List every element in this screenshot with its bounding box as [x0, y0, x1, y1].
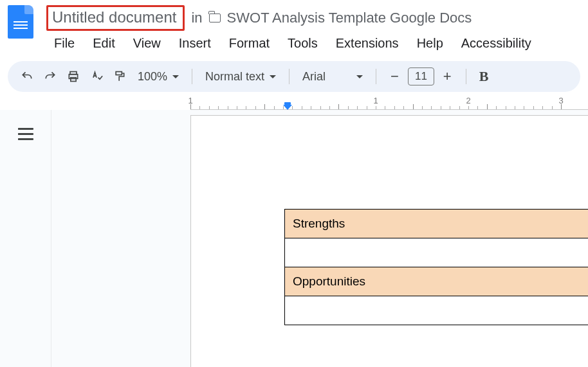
ruler-tick: [283, 106, 284, 109]
menu-insert[interactable]: Insert: [171, 33, 219, 53]
table-cell[interactable]: Strengths: [285, 210, 589, 238]
ruler-tick: [459, 106, 460, 109]
ruler-tick: [209, 106, 210, 109]
ruler-tick: [357, 106, 358, 109]
ruler-tick: [496, 106, 497, 109]
ruler-tick: [329, 106, 330, 109]
document-outline-button[interactable]: [18, 128, 33, 367]
ruler-tick: [367, 106, 367, 109]
print-button[interactable]: [63, 66, 84, 87]
menubar: FileEditViewInsertFormatToolsExtensionsH…: [46, 33, 580, 53]
ruler-tick: [264, 104, 265, 109]
font-size-increase-button[interactable]: +: [437, 68, 458, 85]
left-sidebar: [0, 110, 51, 367]
indent-marker-icon[interactable]: [283, 105, 292, 110]
font-size-input[interactable]: 11: [408, 67, 434, 85]
ruler-tick: [477, 106, 478, 109]
ruler-tick: [302, 106, 302, 109]
app-header: Untitled document in SWOT Analysis Templ…: [0, 0, 588, 53]
chevron-down-icon: [356, 75, 363, 78]
menu-accessibility[interactable]: Accessibility: [454, 33, 539, 53]
font-size-decrease-button[interactable]: −: [384, 68, 405, 85]
redo-button[interactable]: [40, 66, 60, 87]
menu-help[interactable]: Help: [409, 33, 451, 53]
ruler-tick: [450, 106, 450, 109]
ruler-tick: [255, 106, 256, 109]
ruler-tick: [515, 106, 515, 109]
font-value: Arial: [302, 70, 326, 84]
ruler-tick: [552, 106, 553, 109]
ruler-tick: [292, 106, 293, 109]
spellcheck-button[interactable]: [86, 66, 107, 87]
ruler-tick: [487, 104, 488, 109]
ruler-tick: [533, 106, 534, 109]
bold-button[interactable]: B: [474, 68, 494, 85]
toolbar: 100% Normal text Arial − 11 + B: [8, 61, 580, 92]
style-value: Normal text: [205, 70, 264, 84]
table-row[interactable]: [285, 296, 589, 325]
table-cell[interactable]: [285, 296, 589, 325]
ruler-tick: [441, 106, 441, 109]
ruler-number: 1: [373, 96, 378, 105]
folder-icon[interactable]: [209, 13, 221, 22]
zoom-value: 100%: [138, 70, 167, 84]
ruler-tick: [468, 106, 469, 109]
ruler-number: 1: [188, 96, 192, 105]
ruler-tick: [348, 106, 349, 109]
ruler-tick: [338, 104, 339, 109]
menu-edit[interactable]: Edit: [85, 33, 122, 53]
table-row[interactable]: Strengths: [285, 210, 589, 238]
ruler-tick: [376, 106, 376, 109]
menu-extensions[interactable]: Extensions: [328, 33, 407, 53]
ruler-tick: [274, 106, 275, 109]
menu-tools[interactable]: Tools: [280, 33, 326, 53]
ruler-tick: [422, 106, 423, 109]
ruler-tick: [228, 106, 228, 109]
horizontal-ruler[interactable]: 1123: [190, 97, 588, 110]
ruler-tick: [246, 106, 246, 109]
table-row[interactable]: [285, 238, 589, 267]
table-cell[interactable]: [285, 238, 589, 267]
ruler-tick: [506, 106, 506, 109]
ruler-number: 3: [558, 96, 563, 105]
swot-table[interactable]: StrengthsOpportunities: [284, 209, 588, 325]
ruler-tick: [542, 106, 543, 109]
ruler-tick: [413, 104, 414, 109]
menu-format[interactable]: Format: [221, 33, 277, 53]
ruler-tick: [524, 106, 524, 109]
chevron-down-icon: [172, 75, 179, 78]
ruler-tick: [385, 106, 385, 109]
document-canvas[interactable]: StrengthsOpportunities: [51, 110, 588, 367]
document-title-input[interactable]: Untitled document: [46, 5, 185, 31]
ruler-tick: [431, 106, 432, 109]
ruler-tick: [199, 106, 200, 109]
svg-rect-3: [116, 72, 122, 75]
menu-file[interactable]: File: [46, 33, 82, 53]
docs-logo-icon[interactable]: [8, 5, 33, 39]
ruler-tick: [218, 106, 219, 109]
ruler-tick: [320, 106, 321, 109]
ruler-tick: [403, 106, 404, 109]
ruler-tick: [311, 106, 311, 109]
paint-format-button[interactable]: [109, 66, 130, 87]
page[interactable]: StrengthsOpportunities: [190, 115, 588, 367]
ruler-number: 2: [466, 96, 470, 105]
zoom-dropdown[interactable]: 100%: [133, 70, 184, 84]
table-row[interactable]: Opportunities: [285, 267, 589, 296]
ruler-tick: [394, 106, 395, 109]
table-cell[interactable]: Opportunities: [285, 267, 589, 296]
paragraph-style-dropdown[interactable]: Normal text: [200, 70, 281, 84]
ruler-tick: [237, 106, 237, 109]
undo-button[interactable]: [17, 66, 37, 87]
font-dropdown[interactable]: Arial: [297, 70, 368, 84]
in-label: in: [191, 10, 202, 26]
folder-name[interactable]: SWOT Analysis Template Google Docs: [227, 10, 472, 26]
chevron-down-icon: [270, 75, 276, 78]
menu-view[interactable]: View: [125, 33, 169, 53]
